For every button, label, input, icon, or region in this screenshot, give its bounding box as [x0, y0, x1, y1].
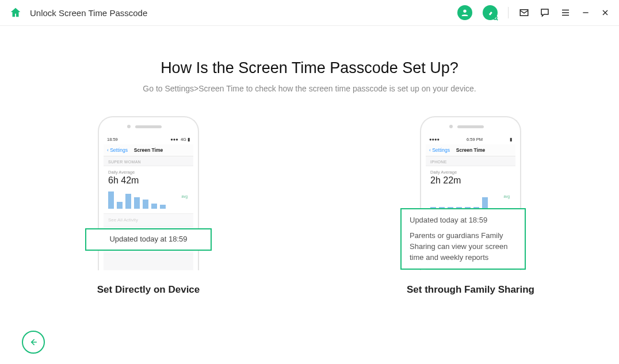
main-content: How Is the Screen Time Passcode Set Up? … [0, 26, 619, 296]
callout-line1: Updated today at 18:59 [410, 215, 517, 226]
svg-point-0 [463, 10, 466, 13]
titlebar-actions [457, 5, 610, 20]
options-row: 18:59 ●●● 4G ▮ ‹ Settings Screen Time SU… [0, 116, 619, 296]
daily-avg-label: Daily Average [430, 170, 511, 175]
daily-avg-value: 6h 42m [108, 175, 189, 186]
option-title: Set Directly on Device [97, 284, 200, 296]
option-family-sharing[interactable]: ●●●● 6:59 PM ▮ ‹ Settings Screen Time IP… [384, 116, 557, 296]
section-header: SUPER WOMAN [104, 156, 193, 166]
section-header: IPHONE [426, 156, 515, 166]
separator [508, 7, 509, 18]
nav-title: Screen Time [134, 147, 163, 153]
option-title: Set through Family Sharing [407, 284, 534, 296]
music-search-icon[interactable] [483, 5, 498, 20]
nav-back: ‹ Settings [429, 147, 450, 153]
page-subheading: Go to Settings>Screen Time to check how … [0, 84, 619, 93]
status-time: 6:59 PM [467, 137, 483, 142]
option-set-on-device[interactable]: 18:59 ●●● 4G ▮ ‹ Settings Screen Time SU… [62, 116, 235, 296]
minimize-icon[interactable] [581, 8, 590, 17]
nav-title: Screen Time [456, 147, 485, 153]
svg-point-1 [493, 16, 496, 19]
window-title: Unlock Screen Time Passcode [30, 8, 457, 18]
home-icon[interactable] [9, 6, 22, 19]
feedback-icon[interactable] [540, 7, 550, 18]
titlebar: Unlock Screen Time Passcode [0, 0, 619, 26]
mail-icon[interactable] [519, 7, 529, 18]
callout-line2: Parents or guardians Family Sharing can … [410, 231, 517, 263]
menu-icon[interactable] [560, 7, 571, 18]
list-item: See All Activity [104, 214, 193, 227]
close-icon[interactable] [601, 8, 610, 17]
callout-family-sharing: Updated today at 18:59 Parents or guardi… [400, 208, 526, 270]
back-button[interactable] [22, 331, 45, 354]
callout-updated: Updated today at 18:59 [85, 228, 212, 251]
daily-avg-label: Daily Average [108, 170, 189, 175]
account-icon[interactable] [457, 5, 472, 20]
usage-bars: avg [108, 189, 189, 209]
page-heading: How Is the Screen Time Passcode Set Up? [0, 59, 619, 77]
nav-back: ‹ Settings [107, 147, 128, 153]
usage-bars: avg [430, 189, 511, 209]
daily-avg-value: 2h 22m [430, 175, 511, 186]
status-time: 18:59 [107, 137, 118, 142]
